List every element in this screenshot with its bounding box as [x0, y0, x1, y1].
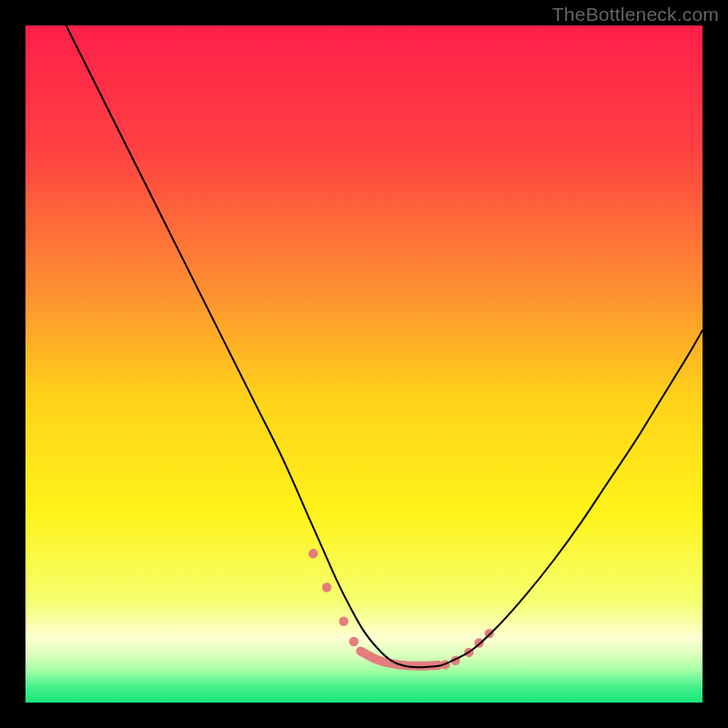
guide-dot: [308, 549, 318, 558]
guide-dot: [322, 582, 331, 592]
guide-dot: [339, 617, 348, 626]
chart-svg: [25, 25, 703, 703]
chart-plot-area: [25, 25, 703, 703]
outer-frame: TheBottleneck.com: [0, 0, 728, 728]
gradient-background: [25, 25, 703, 703]
guide-dot: [484, 629, 493, 638]
guide-dot: [349, 637, 359, 646]
watermark-text: TheBottleneck.com: [552, 4, 719, 25]
